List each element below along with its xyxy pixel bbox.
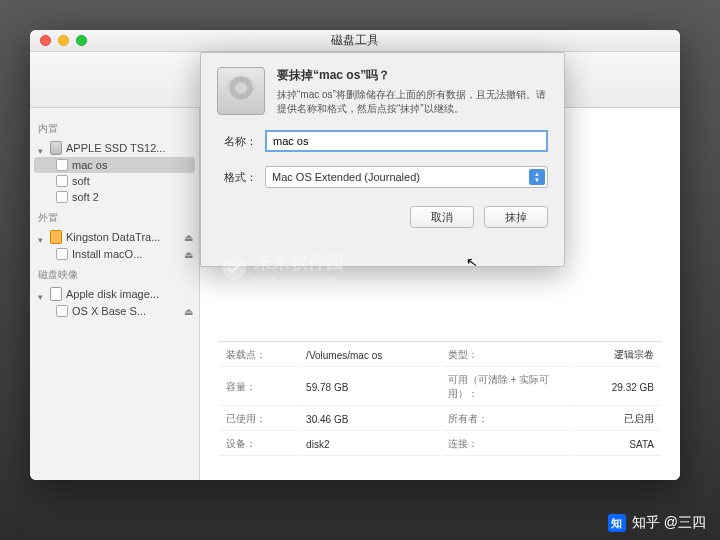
sidebar-item-label: Kingston DataTra... (66, 231, 160, 243)
chevron-updown-icon: ▲▼ (529, 169, 545, 185)
info-key: 所有者： (442, 408, 572, 431)
vol-icon (56, 191, 68, 203)
format-label: 格式： (217, 170, 257, 185)
cancel-button[interactable]: 取消 (410, 206, 474, 228)
zhihu-icon: 知 (608, 514, 626, 532)
vol-icon (56, 159, 68, 171)
titlebar: 磁盘工具 (30, 30, 680, 52)
dialog-body: 抹掉“mac os”将删除储存在上面的所有数据，且无法撤销。请提供名称和格式，然… (277, 88, 548, 116)
sidebar-section-header: 内置 (38, 122, 191, 136)
info-value: SATA (574, 433, 660, 456)
sidebar-item[interactable]: APPLE SSD TS12... (34, 139, 195, 157)
info-value: disk2 (300, 433, 440, 456)
info-key: 容量： (220, 369, 298, 406)
sidebar-item-label: OS X Base S... (72, 305, 146, 317)
info-key: 连接： (442, 433, 572, 456)
info-value: 59.78 GB (300, 369, 440, 406)
sidebar-item-label: mac os (72, 159, 107, 171)
hdd-icon (50, 141, 62, 155)
sidebar-section-header: 磁盘映像 (38, 268, 191, 282)
vol-icon (56, 248, 68, 260)
info-value: 30.46 GB (300, 408, 440, 431)
sidebar-item-label: APPLE SSD TS12... (66, 142, 165, 154)
hdd-icon (217, 67, 265, 115)
sidebar: 内置APPLE SSD TS12...mac ossoftsoft 2外置Kin… (30, 108, 200, 480)
info-value: 29.32 GB (574, 369, 660, 406)
vol-icon (56, 305, 68, 317)
eject-icon[interactable]: ⏏ (184, 249, 193, 260)
disclosure-icon[interactable] (38, 290, 46, 298)
img-icon (50, 287, 62, 301)
disclosure-icon[interactable] (38, 233, 46, 241)
erase-button[interactable]: 抹掉 (484, 206, 548, 228)
info-value: 已启用 (574, 408, 660, 431)
eject-icon[interactable]: ⏏ (184, 232, 193, 243)
disclosure-icon[interactable] (38, 144, 46, 152)
sidebar-item[interactable]: mac os (34, 157, 195, 173)
dialog-title: 要抹掉“mac os”吗？ (277, 67, 548, 84)
sidebar-item[interactable]: Kingston DataTra...⏏ (34, 228, 195, 246)
sidebar-item[interactable]: soft 2 (34, 189, 195, 205)
erase-dialog: 要抹掉“mac os”吗？ 抹掉“mac os”将删除储存在上面的所有数据，且无… (200, 52, 565, 267)
info-key: 已使用： (220, 408, 298, 431)
sidebar-item-label: soft (72, 175, 90, 187)
eject-icon[interactable]: ⏏ (184, 306, 193, 317)
sidebar-section-header: 外置 (38, 211, 191, 225)
info-key: 类型： (442, 344, 572, 367)
name-label: 名称： (217, 134, 257, 149)
sidebar-item-label: Apple disk image... (66, 288, 159, 300)
info-table: 装载点：/Volumes/mac os类型：逻辑宗卷容量：59.78 GB可用（… (218, 341, 662, 458)
sidebar-item[interactable]: Install macO...⏏ (34, 246, 195, 262)
credit: 知 知乎 @三四 (608, 514, 706, 532)
info-key: 可用（可清除 + 实际可用）： (442, 369, 572, 406)
sidebar-item[interactable]: Apple disk image... (34, 285, 195, 303)
sidebar-item[interactable]: soft (34, 173, 195, 189)
info-value: 逻辑宗卷 (574, 344, 660, 367)
info-value: /Volumes/mac os (300, 344, 440, 367)
info-key: 设备： (220, 433, 298, 456)
format-select[interactable]: Mac OS Extended (Journaled) ▲▼ (265, 166, 548, 188)
info-key: 装载点： (220, 344, 298, 367)
sidebar-item-label: Install macO... (72, 248, 142, 260)
sidebar-item[interactable]: OS X Base S...⏏ (34, 303, 195, 319)
sidebar-item-label: soft 2 (72, 191, 99, 203)
vol-icon (56, 175, 68, 187)
ext-icon (50, 230, 62, 244)
name-input[interactable] (265, 130, 548, 152)
window-title: 磁盘工具 (30, 32, 680, 49)
